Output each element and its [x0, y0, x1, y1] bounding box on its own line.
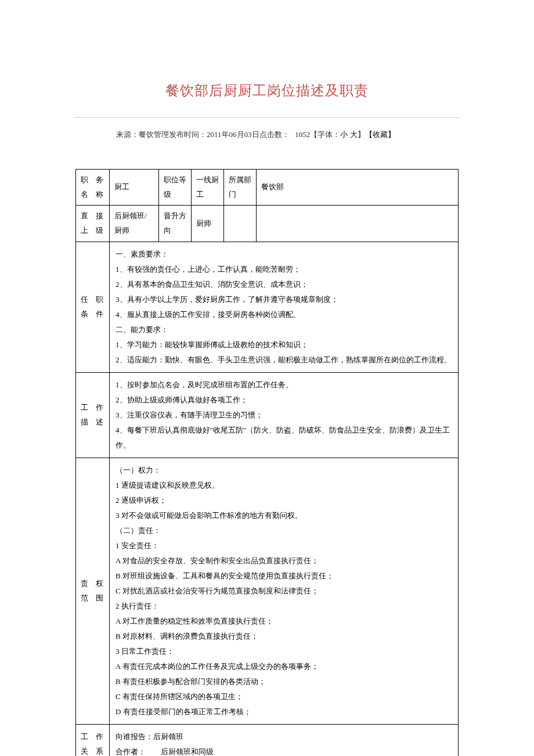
content-line: 一、素质要求： [116, 247, 452, 262]
font-label: 【字体： [310, 130, 340, 139]
content-line: C 对扰乱酒店或社会治安等行为规范直接负制度和法律责任； [116, 584, 452, 599]
job-title-label: 职务名称 [76, 170, 110, 206]
content-line: 1、有较强的责任心，上进心，工作认真，能吃苦耐劳； [116, 262, 452, 277]
content-line: B 对原材料、调料的浪费负直接执行责任； [116, 629, 452, 644]
content-line: 3、注重仪容仪表，有随手清理卫生的习惯； [116, 408, 452, 423]
divider-line [75, 117, 459, 118]
promotion-value: 厨师 [192, 206, 224, 242]
content-line: 2、具有基本的食品卫生知识、消防安全意识、成本意识； [116, 277, 452, 292]
table-row: 职务名称 厨工 职位等级 一线厨工 所属部门 餐饮部 [76, 170, 459, 206]
table-row: 责权范围 （一）权力： 1 逐级提请建议和反映意见权。 2 逐级申诉权； 3 对… [76, 458, 459, 724]
content-line: 3 对不会做或可能做后会影响工作标准的地方有勤问权。 [116, 508, 452, 523]
supervisor-label: 直接上级 [76, 206, 110, 242]
qualifications-label: 任职条件 [76, 242, 110, 372]
content-line: B 有责任积极参与配合部门安排的各类活动； [116, 674, 452, 689]
job-title-value: 厨工 [110, 170, 159, 206]
source-value: 餐饮管理 [139, 130, 169, 139]
work-relations-label: 工作关系 [76, 724, 110, 756]
content-line: 1 逐级提请建议和反映意见权。 [116, 478, 452, 493]
hits-label: 点击数： [259, 130, 290, 139]
content-line: A 有责任完成本岗位的工作任务及完成上级交办的各项事务； [116, 659, 452, 674]
font-large-link[interactable]: 大 [350, 130, 358, 139]
meta-info: 来源：餐饮管理发布时间：2011年06月03日点击数： 1052【字体：小 大】… [75, 129, 459, 140]
job-level-label: 职位等级 [159, 170, 192, 206]
table-row: 工作关系 向谁报告：后厨领班 合作者： 后厨领班和同级 [76, 724, 459, 756]
department-label: 所属部门 [224, 170, 257, 206]
authority-scope-label: 责权范围 [76, 458, 110, 724]
font-close: 】 [358, 130, 365, 139]
content-line: A 对工作质量的稳定性和效率负直接执行责任； [116, 614, 452, 629]
content-line: 4、服从直接上级的工作安排，接受厨房各种岗位调配。 [116, 307, 452, 322]
empty-cell [224, 206, 257, 242]
job-description-label: 工作描述 [76, 372, 110, 458]
content-line: 2 逐级申诉权； [116, 493, 452, 508]
promotion-label: 晋升方向 [159, 206, 192, 242]
supervisor-value: 后厨领班/厨师 [110, 206, 159, 242]
hits-value: 1052 [295, 130, 310, 139]
table-row: 任职条件 一、素质要求： 1、有较强的责任心，上进心，工作认真，能吃苦耐劳； 2… [76, 242, 459, 372]
content-line: 二、能力要求： [116, 322, 452, 337]
qualifications-content: 一、素质要求： 1、有较强的责任心，上进心，工作认真，能吃苦耐劳； 2、具有基本… [110, 242, 459, 372]
publish-label: 发布时间： [169, 130, 207, 139]
content-line: 向谁报告：后厨领班 [116, 729, 452, 744]
content-line: 1 安全责任： [116, 538, 452, 553]
content-line: 2、适应能力：勤快、有眼色、手头卫生意识强，能积极主动做工作，熟练掌握所在岗位的… [116, 352, 452, 368]
content-line: 1、学习能力：能较快掌握师傅或上级教给的技术和知识； [116, 337, 452, 352]
table-row: 直接上级 后厨领班/厨师 晋升方向 厨师 [76, 206, 459, 242]
collect-link[interactable]: 【收藏】 [365, 130, 395, 139]
empty-cell [257, 206, 459, 242]
job-description-content: 1、按时参加点名会，及时完成班组布置的工作任务。 2、协助上级或师傅认真做好各项… [110, 372, 459, 458]
content-line: （一）权力： [116, 463, 452, 478]
content-line: C 有责任保持所辖区域内的各项卫生； [116, 689, 452, 704]
table-row: 工作描述 1、按时参加点名会，及时完成班组布置的工作任务。 2、协助上级或师傅认… [76, 372, 459, 458]
content-line: 合作者： 后厨领班和同级 [116, 744, 452, 756]
department-value: 餐饮部 [257, 170, 459, 206]
page-title: 餐饮部后厨厨工岗位描述及职责 [75, 81, 459, 100]
job-description-table: 职务名称 厨工 职位等级 一线厨工 所属部门 餐饮部 直接上级 后厨领班/厨师 … [75, 169, 459, 756]
content-line: A 对食品的安全存放、安全制作和安全出品负直接执行责任； [116, 553, 452, 568]
content-line: 1、按时参加点名会，及时完成班组布置的工作任务。 [116, 377, 452, 393]
content-line: 3、具有小学以上学历，爱好厨房工作，了解并遵守各项规章制度； [116, 292, 452, 307]
font-small-link[interactable]: 小 [340, 130, 348, 139]
content-line: D 有责任接受部门的各项正常工作考核； [116, 704, 452, 719]
content-line: 2、协助上级或师傅认真做好各项工作； [116, 393, 452, 408]
content-line: 4、每餐下班后认真彻底做好"收尾五防"（防火、防盗、防破坏、防食品卫生安全、防浪… [116, 423, 452, 453]
content-line: B 对班组设施设备、工具和餐具的安全规范使用负直接执行责任； [116, 568, 452, 584]
authority-scope-content: （一）权力： 1 逐级提请建议和反映意见权。 2 逐级申诉权； 3 对不会做或可… [110, 458, 459, 724]
job-level-value: 一线厨工 [192, 170, 224, 206]
work-relations-content: 向谁报告：后厨领班 合作者： 后厨领班和同级 [110, 724, 459, 756]
content-line: 2 执行责任： [116, 599, 452, 614]
content-line: （二）责任： [116, 523, 452, 538]
publish-value: 2011年06月03日 [207, 130, 259, 139]
source-label: 来源： [116, 130, 139, 139]
content-line: 3 日常工作责任： [116, 644, 452, 659]
